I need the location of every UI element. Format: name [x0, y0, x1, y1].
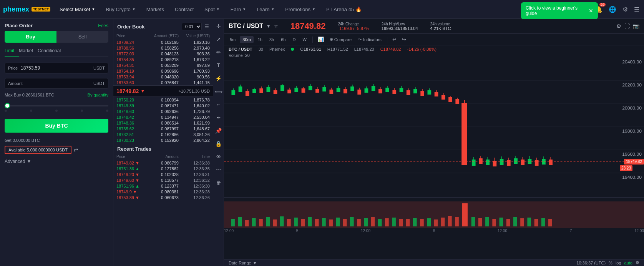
- wave-icon[interactable]: 〰: [215, 166, 222, 174]
- svg-rect-88: [500, 159, 504, 165]
- logo[interactable]: phemex TESTNET: [3, 5, 50, 13]
- svg-rect-132: [420, 219, 424, 226]
- bid-row[interactable]: 18735.620.0879971,648.67: [113, 126, 213, 131]
- eye-icon[interactable]: 👁: [215, 153, 222, 161]
- crosshair-icon[interactable]: ✛: [215, 22, 222, 30]
- ask-row[interactable]: 18788.560.1582562,973.40: [113, 45, 213, 51]
- ask-row[interactable]: 18789.240.1021951,920.16: [113, 39, 213, 45]
- conditional-tab[interactable]: Conditional: [38, 46, 65, 57]
- settings-icon[interactable]: ⚙: [621, 4, 629, 15]
- draw-icon[interactable]: ✏: [215, 48, 222, 57]
- buy-tab[interactable]: Buy: [5, 31, 56, 43]
- percent-icon[interactable]: %: [609, 261, 612, 265]
- slider-track[interactable]: [5, 105, 108, 106]
- beginner-tooltip[interactable]: Click to view a beginner's guide ✕: [521, 19, 598, 19]
- ask-row[interactable]: 18754.310.053209997.89: [113, 62, 213, 68]
- buy-btc-button[interactable]: Buy BTC: [5, 119, 108, 133]
- select-market-nav[interactable]: Select Market ▼: [55, 0, 100, 19]
- fib-icon[interactable]: ⚡: [214, 74, 223, 83]
- bid-row[interactable]: 18732.510.1628863,051.26: [113, 131, 213, 137]
- bid-row[interactable]: 18750.200.1000941,876.78: [113, 97, 213, 103]
- promotions-nav[interactable]: Promotions ▼: [281, 0, 320, 19]
- sell-tab[interactable]: Sell: [56, 31, 108, 43]
- pair-favorite-icon[interactable]: ☆: [274, 23, 278, 29]
- bid-row[interactable]: 18749.390.0874711,640.02: [113, 103, 213, 108]
- indicators-button[interactable]: 〜 Indicators: [355, 35, 384, 43]
- pencil-icon[interactable]: ✒: [215, 113, 222, 122]
- order-type-tabs: Limit Market Conditional: [5, 46, 108, 57]
- slider-thumb[interactable]: [5, 103, 10, 108]
- ask-row[interactable]: 18753.600.0768471,441.15: [113, 80, 213, 85]
- earn-nav[interactable]: Earn ▼: [226, 0, 251, 19]
- svg-rect-108: [252, 218, 256, 226]
- auto-label[interactable]: auto: [624, 261, 632, 265]
- tf-1h[interactable]: 1h: [255, 36, 265, 43]
- trend-line-icon[interactable]: ↗: [215, 35, 222, 43]
- ask-row[interactable]: 18772.030.048123903.36: [113, 51, 213, 57]
- pin-icon[interactable]: 📌: [214, 126, 223, 135]
- fees-link[interactable]: Fees: [98, 23, 108, 28]
- orderbook-menu-icon[interactable]: ☰: [205, 24, 209, 29]
- svg-rect-146: [520, 218, 524, 226]
- back-icon[interactable]: ←: [215, 100, 222, 109]
- max-buy-row: Max Buy 0.26661561 BTC By quantity: [5, 93, 108, 97]
- spot-nav[interactable]: Spot ▼: [200, 0, 224, 19]
- tf-30m[interactable]: 30m: [240, 36, 253, 43]
- svg-rect-46: [350, 86, 354, 91]
- undo-icon[interactable]: ↩: [390, 35, 398, 43]
- svg-text:19400.00: 19400.00: [622, 175, 642, 180]
- trash-icon[interactable]: 🗑: [215, 179, 222, 187]
- candlestick-svg: 20400.00 20200.00 20000.00 19800.00 1960…: [224, 58, 644, 196]
- advanced-row[interactable]: Advanced ▼: [5, 159, 108, 164]
- tf-D[interactable]: D: [290, 36, 298, 43]
- date-range-button[interactable]: Date Range ▼: [229, 261, 257, 265]
- pt-arena-nav[interactable]: PT Arena 45 🔥: [322, 0, 366, 19]
- chart-settings-icon[interactable]: ⚙: [616, 23, 621, 29]
- tf-6h[interactable]: 6h: [278, 36, 288, 43]
- pair-settings-icon[interactable]: ▼: [266, 23, 271, 29]
- svg-rect-98: [535, 160, 539, 166]
- tick-select[interactable]: 0.01 0.1 1: [182, 23, 202, 30]
- log-label[interactable]: log: [616, 261, 621, 265]
- language-icon[interactable]: 🌐: [607, 4, 618, 15]
- contract-nav[interactable]: Contract: [170, 0, 198, 19]
- bid-row[interactable]: 18748.420.1349472,530.04: [113, 114, 213, 120]
- get-row: Get 0.000000 BTC: [5, 138, 108, 143]
- tf-3h[interactable]: 3h: [267, 36, 277, 43]
- bottom-settings-icon[interactable]: ⚙: [636, 260, 639, 265]
- ask-row[interactable]: 18753.940.048020900.56: [113, 74, 213, 80]
- learn-nav[interactable]: Learn ▼: [252, 0, 279, 19]
- compare-button[interactable]: ⊕ Compare: [327, 36, 354, 43]
- transfer-icon[interactable]: ⇄: [74, 147, 78, 153]
- ask-row[interactable]: 18754.350.0892181,673.22: [113, 57, 213, 62]
- limit-tab[interactable]: Limit: [5, 46, 19, 57]
- rt-time-header: Time: [179, 155, 210, 159]
- tf-W[interactable]: W: [300, 36, 309, 43]
- buy-crypto-nav[interactable]: Buy Crypto ▼: [101, 0, 140, 19]
- market-tab[interactable]: Market: [19, 46, 38, 57]
- lock-icon[interactable]: 🔒: [214, 140, 223, 148]
- help-icon[interactable]: ☰: [632, 4, 641, 15]
- change-value: -1169.97 -5.87%: [338, 26, 369, 31]
- bid-row[interactable]: 18748.600.0926361,736.79: [113, 108, 213, 114]
- amount-input[interactable]: [26, 81, 93, 86]
- ask-row[interactable]: 18754.190.0906961,700.93: [113, 68, 213, 74]
- bid-row[interactable]: 18748.360.0865141,621.99: [113, 120, 213, 126]
- svg-rect-113: [287, 219, 291, 226]
- price-input[interactable]: [21, 65, 93, 71]
- svg-rect-90: [507, 160, 511, 166]
- text-icon[interactable]: T: [216, 61, 221, 70]
- chart-screenshot-icon[interactable]: 📷: [633, 23, 639, 29]
- bid-row[interactable]: 18730.230.1529202,864.22: [113, 137, 213, 143]
- svg-rect-100: [542, 159, 546, 165]
- svg-rect-92: [514, 158, 518, 164]
- tf-5m[interactable]: 5m: [227, 36, 238, 43]
- svg-rect-80: [472, 160, 476, 166]
- redo-icon[interactable]: ↪: [400, 35, 408, 43]
- chart-type-icon[interactable]: 📊: [316, 35, 326, 43]
- markets-nav[interactable]: Markets: [142, 0, 169, 19]
- testnet-badge: TESTNET: [32, 7, 50, 12]
- chart-expand-icon[interactable]: ⛶: [624, 23, 630, 29]
- measure-icon[interactable]: ⟺: [214, 87, 224, 96]
- by-quantity-link[interactable]: By quantity: [88, 93, 108, 97]
